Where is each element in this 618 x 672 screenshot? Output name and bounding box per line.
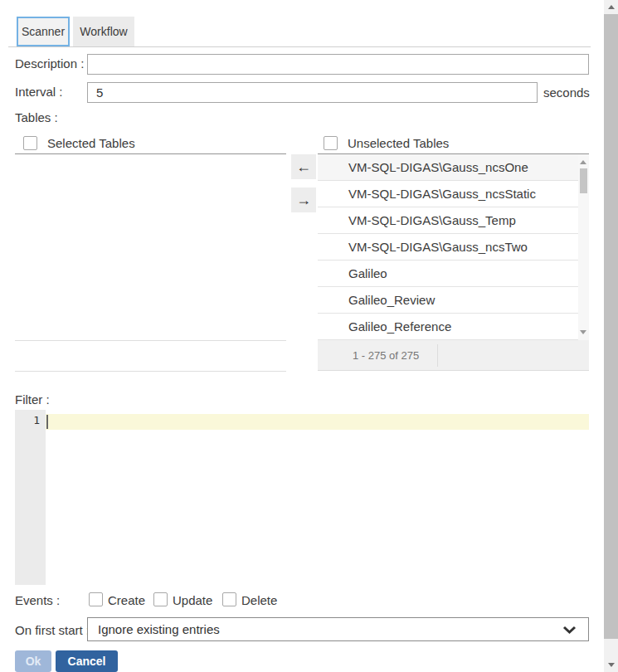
create-checkbox-label: Create [108,593,145,607]
table-list-scrollbar-thumb[interactable] [580,168,587,193]
selected-tables-header-divider [15,153,286,154]
tables-label: Tables : [15,110,58,124]
selected-tables-header: Selected Tables [47,136,135,150]
table-row[interactable]: VM-SQL-DIGAS\Gauss_ncsStatic [318,181,589,207]
filter-editor-active-line [46,414,589,430]
interval-input[interactable] [87,82,538,103]
tab-scanner[interactable]: Scanner [17,17,70,46]
table-row[interactable]: Galileo_Reference [318,314,589,340]
interval-label: Interval : [15,85,63,99]
page-scroll-up-icon[interactable] [604,0,618,14]
selected-tables-body-divider [15,340,286,341]
on-first-start-value: Ignore existing entries [98,622,220,636]
unselected-tables-header: Unselected Tables [348,136,449,150]
delete-checkbox[interactable] [222,592,236,606]
page-scroll-down-icon[interactable] [604,658,618,672]
on-first-start-label: On first start : [15,623,90,637]
filter-editor[interactable] [46,410,589,585]
interval-unit-label: seconds [543,85,590,100]
line-number: 1 [33,414,40,426]
table-row[interactable]: Galileo [318,261,589,287]
table-row[interactable]: VM-SQL-DIGAS\Gauss_ncsTwo [318,234,589,261]
table-list-footer: 1 - 275 of 275 [318,340,589,371]
tab-workflow[interactable]: Workflow [73,17,134,46]
unselected-tables-select-all-checkbox[interactable] [324,136,338,150]
table-row[interactable]: VM-SQL-DIGAS\Gauss_Temp [318,207,589,234]
selected-tables-select-all-checkbox[interactable] [23,136,37,150]
arrow-left-icon: ← [296,158,311,176]
description-label: Description : [15,56,84,71]
scanner-dialog: Scanner Workflow Description : Interval … [0,0,618,672]
scroll-up-icon[interactable] [580,160,586,164]
cancel-button[interactable]: Cancel [56,650,118,672]
ok-button[interactable]: Ok [15,650,51,672]
move-to-selected-button[interactable]: ← [291,154,316,179]
table-row[interactable]: Galileo_Review [318,287,589,314]
scroll-down-icon[interactable] [580,330,586,334]
delete-checkbox-label: Delete [241,593,277,607]
create-checkbox[interactable] [89,592,103,606]
tabbar-divider [8,46,591,47]
page-scrollbar-thumb[interactable] [604,14,618,639]
page-scrollbar[interactable] [604,0,618,672]
events-label: Events : [15,593,60,607]
move-to-unselected-button[interactable]: → [291,187,316,212]
on-first-start-select[interactable]: Ignore existing entries [87,617,589,641]
description-input[interactable] [87,54,589,75]
footer-divider [437,344,438,367]
table-list-scrollbar[interactable] [578,154,589,340]
filter-editor-gutter: 1 [15,410,46,585]
chevron-down-icon [562,624,577,638]
update-checkbox[interactable] [153,592,168,606]
selected-tables-footer-divider [15,371,286,372]
table-row[interactable]: VM-SQL-DIGAS\Gauss_ncsOne [318,154,589,181]
filter-label: Filter : [15,392,50,407]
update-checkbox-label: Update [173,593,212,607]
arrow-right-icon: → [296,192,311,209]
text-cursor [46,415,48,429]
pagination-label: 1 - 275 of 275 [353,340,419,370]
